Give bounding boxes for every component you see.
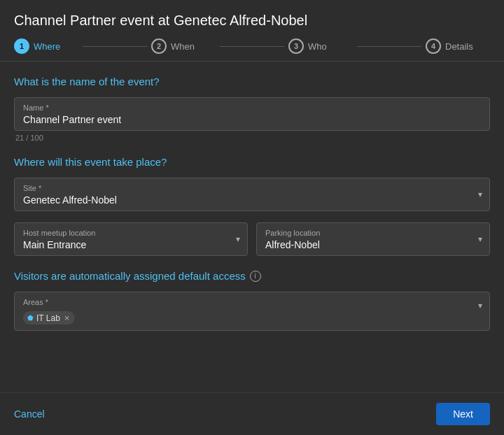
name-label: Name *	[23, 104, 481, 112]
modal-header: Channel Partner event at Genetec Alfred-…	[0, 0, 504, 62]
step-1-label: Where	[34, 41, 60, 52]
parking-value: Alfred-Nobel	[265, 239, 320, 250]
host-col: Host meetup location Main Entrance ▾	[14, 222, 248, 256]
step-4[interactable]: 4 Details	[426, 38, 490, 54]
info-icon[interactable]: i	[250, 271, 261, 282]
parking-chevron-icon: ▾	[478, 234, 482, 244]
cancel-button[interactable]: Cancel	[14, 404, 45, 424]
it-lab-tag: ⬟ IT Lab ×	[23, 311, 75, 325]
name-input-wrapper[interactable]: Name *	[14, 97, 490, 131]
section3-title: Visitors are automatically assigned defa…	[14, 270, 246, 282]
site-value: Genetec Alfred-Nobel	[23, 194, 117, 206]
modal-footer: Cancel Next	[0, 392, 504, 435]
step-3-circle: 3	[288, 38, 304, 54]
parking-select[interactable]: Parking location Alfred-Nobel ▾	[256, 222, 490, 256]
tag-location-icon: ⬟	[27, 314, 34, 322]
host-select[interactable]: Host meetup location Main Entrance ▾	[14, 222, 248, 256]
host-label: Host meetup location	[23, 229, 222, 237]
step-line-3	[357, 46, 421, 47]
site-form-group: Site * Genetec Alfred-Nobel ▾	[14, 178, 490, 211]
section2-title: Where will this event take place?	[14, 156, 490, 168]
areas-label: Areas *	[23, 298, 464, 306]
step-2[interactable]: 2 When	[151, 38, 216, 54]
site-select[interactable]: Site * Genetec Alfred-Nobel ▾	[14, 178, 490, 211]
host-chevron-icon: ▾	[236, 234, 240, 244]
step-3[interactable]: 3 Who	[288, 38, 353, 54]
modal-body: What is the name of the event? Name * 21…	[0, 62, 504, 392]
step-2-label: When	[171, 41, 195, 52]
next-button[interactable]: Next	[436, 403, 490, 425]
section1-title: What is the name of the event?	[14, 76, 490, 87]
parking-label: Parking location	[265, 229, 464, 237]
info-section: Visitors are automatically assigned defa…	[14, 270, 490, 282]
tag-label: IT Lab	[36, 313, 60, 323]
step-4-circle: 4	[426, 38, 441, 54]
step-4-label: Details	[445, 41, 473, 52]
step-line-2	[220, 46, 284, 47]
site-chevron-icon: ▾	[478, 190, 482, 199]
parking-col: Parking location Alfred-Nobel ▾	[256, 222, 490, 256]
location-row: Host meetup location Main Entrance ▾ Par…	[14, 222, 490, 256]
areas-chevron-icon: ▾	[478, 301, 482, 311]
modal-container: Channel Partner event at Genetec Alfred-…	[0, 0, 504, 435]
step-line-1	[83, 46, 147, 47]
areas-select[interactable]: Areas * ⬟ IT Lab × ▾	[14, 292, 490, 331]
stepper: 1 Where 2 When 3 Who 4 Details	[14, 38, 490, 54]
areas-form-group: Areas * ⬟ IT Lab × ▾	[14, 292, 490, 331]
step-3-label: Who	[308, 41, 327, 52]
modal-title: Channel Partner event at Genetec Alfred-…	[14, 13, 490, 29]
char-count: 21 / 100	[14, 134, 490, 142]
step-1-circle: 1	[14, 38, 29, 54]
host-value: Main Entrance	[23, 239, 86, 250]
name-input[interactable]	[23, 114, 481, 125]
step-2-circle: 2	[151, 38, 167, 54]
name-form-group: Name * 21 / 100	[14, 97, 490, 142]
step-1[interactable]: 1 Where	[14, 38, 78, 54]
site-label: Site *	[23, 184, 464, 192]
tag-close-icon[interactable]: ×	[64, 313, 70, 323]
